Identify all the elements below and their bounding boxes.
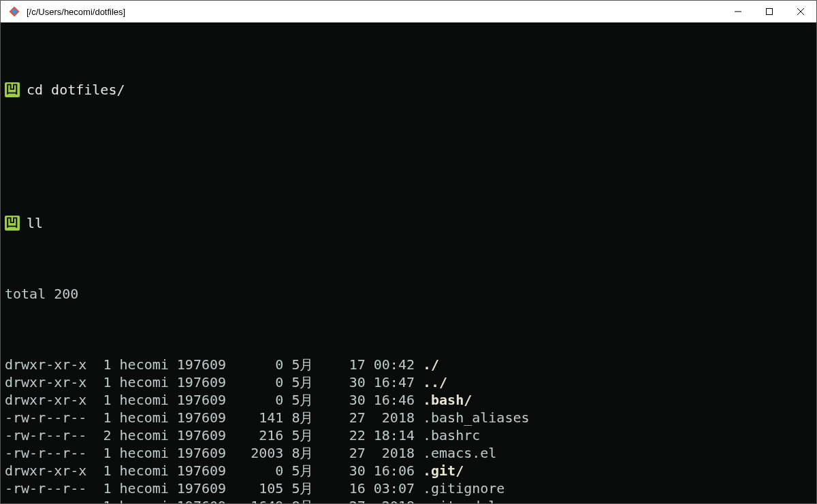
listing-col: 197609 <box>177 391 234 409</box>
listing-col <box>415 409 423 426</box>
command-text: ll <box>27 214 43 232</box>
listing-col <box>283 409 291 426</box>
listing-col: 1 <box>95 480 111 497</box>
file-name: .gitignore <box>423 480 504 497</box>
listing-col: 22 <box>341 426 366 444</box>
listing-col: 197609 <box>177 373 234 391</box>
listing-col <box>112 409 120 426</box>
listing-col: hecomi <box>120 356 177 373</box>
listing-col: hecomi <box>120 444 177 462</box>
listing-col <box>283 426 291 444</box>
listing-col: hecomi <box>120 480 177 497</box>
listing-col: hecomi <box>120 409 177 426</box>
terminal-body[interactable]: 凹 cd dotfiles/ 凹 ll total 200 drwxr-xr-x… <box>1 22 816 503</box>
total-line: total 200 <box>5 285 812 303</box>
listing-col: 00:42 <box>366 356 415 373</box>
listing-col: 16:06 <box>366 462 415 480</box>
listing-col: hecomi <box>120 373 177 391</box>
listing-col: 2018 <box>366 409 415 426</box>
listing-col <box>112 462 120 480</box>
listing-col <box>325 373 341 391</box>
listing-col: 8月 <box>291 409 324 426</box>
listing-col: 1 <box>95 497 111 503</box>
listing-col: 27 <box>341 444 366 462</box>
listing-row: -rw-r--r-- 1 hecomi 197609 141 8月 27 201… <box>5 409 812 426</box>
listing-col: 5月 <box>291 373 324 391</box>
listing-col: hecomi <box>120 426 177 444</box>
directory-name: ../ <box>423 373 447 391</box>
listing-col <box>325 391 341 409</box>
directory-name: .bash/ <box>423 391 472 409</box>
listing-col <box>283 444 291 462</box>
listing-col: 0 <box>234 391 283 409</box>
listing-col: 197609 <box>177 444 234 462</box>
listing-col: 197609 <box>177 497 234 503</box>
terminal-window: [/c/Users/hecomi/dotfiles] 凹 cd dotfiles… <box>0 0 817 504</box>
listing-col: 27 <box>341 497 366 503</box>
file-name: .gitmodules <box>423 497 513 503</box>
listing-row: -rw-r--r-- 1 hecomi 197609 1649 8月 27 20… <box>5 497 812 503</box>
listing-col: hecomi <box>120 497 177 503</box>
listing-col: 16 <box>341 480 366 497</box>
prompt-line-2: 凹 ll <box>5 214 812 232</box>
listing-col: 1 <box>95 444 111 462</box>
close-button[interactable] <box>785 1 816 22</box>
listing-col <box>283 480 291 497</box>
listing-col: 8月 <box>291 444 324 462</box>
listing-col: 0 <box>234 373 283 391</box>
listing-col: 5月 <box>291 480 324 497</box>
listing-col <box>415 480 423 497</box>
listing-col <box>415 462 423 480</box>
listing-col <box>283 356 291 373</box>
listing-col <box>415 426 423 444</box>
listing-row: -rw-r--r-- 1 hecomi 197609 105 5月 16 03:… <box>5 480 812 497</box>
listing-col: drwxr-xr-x <box>5 391 95 409</box>
listing-col: 0 <box>234 356 283 373</box>
listing-row: drwxr-xr-x 1 hecomi 197609 0 5月 17 00:42… <box>5 356 812 373</box>
listing-col: 03:07 <box>366 480 415 497</box>
listing-col <box>415 497 423 503</box>
listing-col <box>325 462 341 480</box>
file-name: .bash_aliases <box>423 409 530 426</box>
listing-col: 197609 <box>177 356 234 373</box>
listing-col: hecomi <box>120 462 177 480</box>
listing-col <box>283 462 291 480</box>
listing-col: 2018 <box>366 497 415 503</box>
prompt-badge-icon: 凹 <box>5 216 20 231</box>
listing-col: 5月 <box>291 426 324 444</box>
listing-col: -rw-r--r-- <box>5 409 95 426</box>
listing-col: 216 <box>234 426 283 444</box>
listing-col: hecomi <box>120 391 177 409</box>
directory-name: ./ <box>423 356 439 373</box>
listing-col: 1 <box>95 391 111 409</box>
listing-col: 1 <box>95 409 111 426</box>
window-title: [/c/Users/hecomi/dotfiles] <box>27 7 125 17</box>
listing-col: 18:14 <box>366 426 415 444</box>
listing-col <box>112 426 120 444</box>
listing-col: -rw-r--r-- <box>5 480 95 497</box>
minimize-button[interactable] <box>722 1 754 22</box>
listing-col: 5月 <box>291 356 324 373</box>
maximize-button[interactable] <box>754 1 785 22</box>
directory-name: .git/ <box>423 462 464 480</box>
listing-col: 30 <box>341 462 366 480</box>
titlebar[interactable]: [/c/Users/hecomi/dotfiles] <box>1 1 816 22</box>
listing-col: drwxr-xr-x <box>5 356 95 373</box>
listing-col: drwxr-xr-x <box>5 373 95 391</box>
listing-col: 30 <box>341 391 366 409</box>
file-name: .emacs.el <box>423 444 496 462</box>
listing-col <box>415 391 423 409</box>
listing-col: 197609 <box>177 462 234 480</box>
listing-col: 30 <box>341 373 366 391</box>
listing-col <box>325 356 341 373</box>
listing-col <box>415 444 423 462</box>
listing-col <box>325 480 341 497</box>
listing-col: 27 <box>341 409 366 426</box>
listing-col: 1649 <box>234 497 283 503</box>
listing-col: 2018 <box>366 444 415 462</box>
listing-col <box>112 391 120 409</box>
listing-col: drwxr-xr-x <box>5 462 95 480</box>
listing-row: -rw-r--r-- 1 hecomi 197609 2003 8月 27 20… <box>5 444 812 462</box>
file-name: .bashrc <box>423 426 480 444</box>
listing-col <box>325 409 341 426</box>
